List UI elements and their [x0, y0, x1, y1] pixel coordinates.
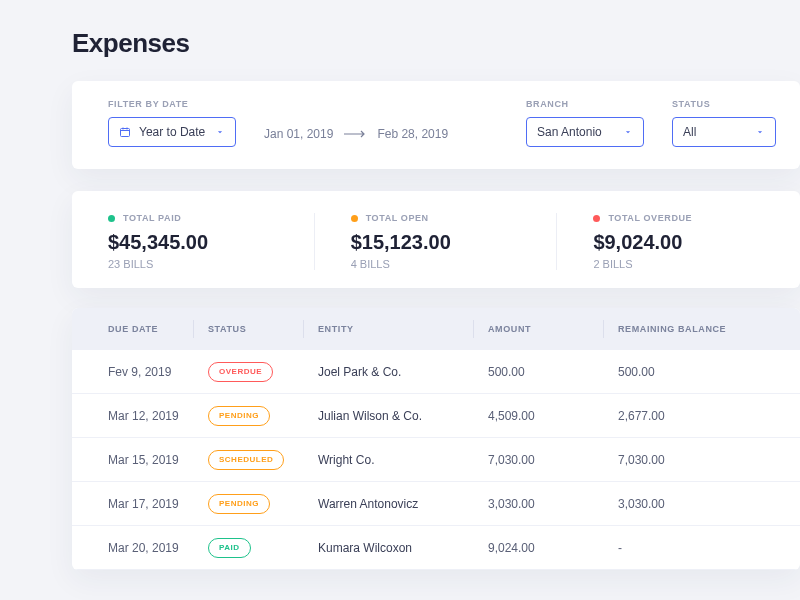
filter-branch-group: BRANCH San Antonio	[526, 99, 644, 147]
card-label: TOTAL OPEN	[366, 213, 429, 223]
table-row[interactable]: Mar 17, 2019 PENDING Warren Antonovicz 3…	[72, 482, 800, 526]
cell-entity: Kumara Wilcoxon	[318, 541, 488, 555]
cell-entity: Joel Park & Co.	[318, 365, 488, 379]
th-due-date[interactable]: DUE DATE	[108, 324, 208, 334]
arrow-right-icon	[343, 130, 367, 138]
filter-status-select[interactable]: All	[672, 117, 776, 147]
status-badge: OVERDUE	[208, 362, 273, 382]
status-dot-icon	[351, 215, 358, 222]
status-badge: SCHEDULED	[208, 450, 284, 470]
table-header-row: DUE DATE STATUS ENTITY AMOUNT REMAINING …	[72, 308, 800, 350]
th-remaining[interactable]: REMAINING BALANCE	[618, 324, 778, 334]
caret-down-icon	[755, 127, 765, 137]
status-badge: PENDING	[208, 406, 270, 426]
filter-bar: FILTER BY DATE Year to Date Jan 01, 2019…	[72, 81, 800, 169]
cell-due-date: Mar 20, 2019	[108, 541, 208, 555]
svg-rect-0	[121, 129, 130, 137]
caret-down-icon	[623, 127, 633, 137]
cell-due-date: Mar 17, 2019	[108, 497, 208, 511]
card-sub: 2 BILLS	[593, 258, 764, 270]
table-row[interactable]: Fev 9, 2019 OVERDUE Joel Park & Co. 500.…	[72, 350, 800, 394]
cell-entity: Wright Co.	[318, 453, 488, 467]
cell-remaining: 7,030.00	[618, 453, 778, 467]
filter-status-group: STATUS All	[672, 99, 776, 147]
card-sub: 4 BILLS	[351, 258, 521, 270]
cell-remaining: 3,030.00	[618, 497, 778, 511]
cell-due-date: Mar 12, 2019	[108, 409, 208, 423]
cell-due-date: Fev 9, 2019	[108, 365, 208, 379]
cell-remaining: 2,677.00	[618, 409, 778, 423]
th-amount[interactable]: AMOUNT	[488, 324, 618, 334]
card-amount: $45,345.00	[108, 231, 278, 254]
filter-date-label: FILTER BY DATE	[108, 99, 236, 109]
card-amount: $9,024.00	[593, 231, 764, 254]
cell-amount: 3,030.00	[488, 497, 618, 511]
th-status[interactable]: STATUS	[208, 324, 318, 334]
filter-date-group: FILTER BY DATE Year to Date	[108, 99, 236, 147]
table-row[interactable]: Mar 12, 2019 PENDING Julian Wilson & Co.…	[72, 394, 800, 438]
date-range-end: Feb 28, 2019	[377, 127, 448, 141]
expenses-table: DUE DATE STATUS ENTITY AMOUNT REMAINING …	[72, 308, 800, 570]
cell-amount: 500.00	[488, 365, 618, 379]
cell-remaining: -	[618, 541, 778, 555]
filter-branch-select[interactable]: San Antonio	[526, 117, 644, 147]
filter-date-value: Year to Date	[139, 125, 205, 139]
date-range-start: Jan 01, 2019	[264, 127, 333, 141]
caret-down-icon	[215, 127, 225, 137]
card-sub: 23 BILLS	[108, 258, 278, 270]
cell-amount: 4,509.00	[488, 409, 618, 423]
card-label: TOTAL OVERDUE	[608, 213, 692, 223]
cell-amount: 7,030.00	[488, 453, 618, 467]
filter-date-select[interactable]: Year to Date	[108, 117, 236, 147]
filter-status-value: All	[683, 125, 696, 139]
table-row[interactable]: Mar 15, 2019 SCHEDULED Wright Co. 7,030.…	[72, 438, 800, 482]
cell-remaining: 500.00	[618, 365, 778, 379]
cell-amount: 9,024.00	[488, 541, 618, 555]
filter-status-label: STATUS	[672, 99, 776, 109]
summary-card-open: TOTAL OPEN $15,123.00 4 BILLS	[315, 213, 558, 270]
status-dot-icon	[108, 215, 115, 222]
cell-due-date: Mar 15, 2019	[108, 453, 208, 467]
card-label: TOTAL PAID	[123, 213, 181, 223]
status-dot-icon	[593, 215, 600, 222]
th-entity[interactable]: ENTITY	[318, 324, 488, 334]
cell-entity: Warren Antonovicz	[318, 497, 488, 511]
card-amount: $15,123.00	[351, 231, 521, 254]
date-range-display: Jan 01, 2019 Feb 28, 2019	[264, 127, 448, 147]
cell-entity: Julian Wilson & Co.	[318, 409, 488, 423]
status-badge: PENDING	[208, 494, 270, 514]
filter-branch-label: BRANCH	[526, 99, 644, 109]
status-badge: PAID	[208, 538, 251, 558]
page-title: Expenses	[72, 28, 800, 59]
summary-card-overdue: TOTAL OVERDUE $9,024.00 2 BILLS	[557, 213, 800, 270]
calendar-icon	[119, 126, 131, 138]
summary-cards: TOTAL PAID $45,345.00 23 BILLS TOTAL OPE…	[72, 191, 800, 288]
filter-branch-value: San Antonio	[537, 125, 602, 139]
summary-card-paid: TOTAL PAID $45,345.00 23 BILLS	[72, 213, 315, 270]
table-row[interactable]: Mar 20, 2019 PAID Kumara Wilcoxon 9,024.…	[72, 526, 800, 570]
